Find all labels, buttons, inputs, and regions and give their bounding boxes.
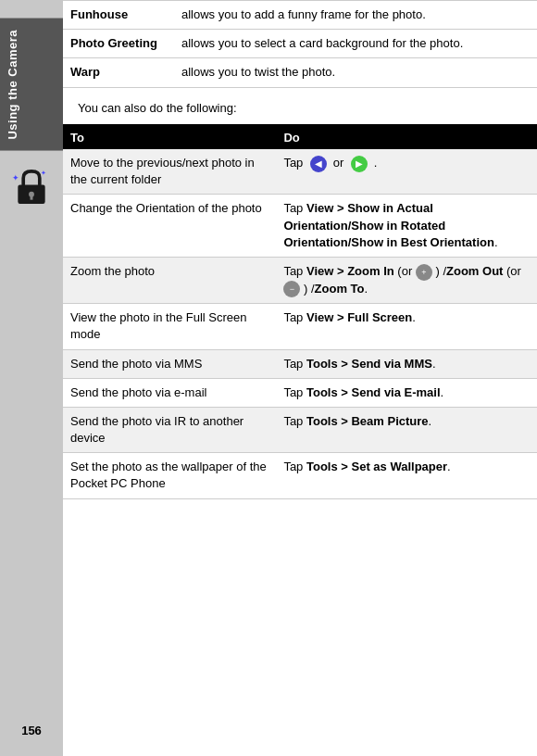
table-row: Send the photo via e-mail Tap Tools > Se…	[63, 378, 537, 407]
row1-do: Tap ◀ or ▶ .	[276, 149, 537, 195]
desc-funhouse: allows you to add a funny frame for the …	[174, 1, 537, 30]
zoom-in-icon: +	[416, 264, 432, 281]
table-row: Funhouse allows you to add a funny frame…	[63, 1, 537, 30]
row5-bold: Tools > Send via MMS	[306, 357, 432, 371]
row6-bold: Tools > Send via E-mail	[306, 385, 441, 399]
row8-to: Set the photo as the wallpaper of the Po…	[63, 453, 276, 498]
page-number: 156	[21, 724, 42, 737]
row5-do: Tap Tools > Send via MMS.	[276, 349, 537, 378]
col-do: Do	[276, 125, 537, 149]
row4-bold: View > Full Screen	[306, 310, 412, 324]
table-row: Move to the previous/next photo in the c…	[63, 149, 537, 195]
main-content: Funhouse allows you to add a funny frame…	[63, 0, 537, 756]
term-funhouse: Funhouse	[63, 1, 174, 30]
table-row: Set the photo as the wallpaper of the Po…	[63, 453, 537, 498]
row7-bold: Tools > Beam Picture	[306, 414, 429, 428]
row7-do: Tap Tools > Beam Picture.	[276, 407, 537, 452]
page-wrapper: Using the Camera ✦ ✦ 156 Funhouse	[0, 0, 537, 756]
row2-do: Tap View > Show in Actual Orientation/Sh…	[276, 195, 537, 258]
row6-do: Tap Tools > Send via E-mail.	[276, 378, 537, 407]
row3-bold1: View > Zoom In	[306, 264, 394, 278]
table-row: Send the photo via IR to another device …	[63, 407, 537, 452]
table-row: Photo Greeting allows you to select a ca…	[63, 30, 537, 58]
row7-to: Send the photo via IR to another device	[63, 407, 276, 452]
row3-bold2: Zoom Out	[446, 264, 503, 278]
row4-do: Tap View > Full Screen.	[276, 304, 537, 349]
right-arrow-icon: ▶	[351, 156, 368, 172]
zoom-out-icon: −	[283, 281, 300, 297]
or-text: or	[333, 156, 344, 170]
svg-rect-2	[31, 195, 33, 199]
lock-icon-container: ✦ ✦	[11, 166, 52, 207]
row3-to: Zoom the photo	[63, 258, 276, 304]
row4-to: View the photo in the Full Screen mode	[63, 304, 276, 349]
col-to: To	[63, 125, 276, 149]
term-photo-greeting: Photo Greeting	[63, 30, 174, 58]
row2-bold: View > Show in Actual Orientation/Show i…	[283, 201, 494, 248]
row8-do: Tap Tools > Set as Wallpaper.	[276, 453, 537, 498]
desc-photo-greeting: allows you to select a card background f…	[174, 30, 537, 58]
left-arrow-icon: ◀	[310, 156, 327, 172]
nav-arrows: ◀	[310, 156, 327, 172]
desc-warp: allows you to twist the photo.	[174, 58, 537, 87]
table-row: Send the photo via MMS Tap Tools > Send …	[63, 349, 537, 378]
table-row: Warp allows you to twist the photo.	[63, 58, 537, 87]
row6-to: Send the photo via e-mail	[63, 378, 276, 407]
sidebar: Using the Camera ✦ ✦ 156	[0, 0, 63, 756]
svg-text:✦: ✦	[41, 169, 46, 177]
row5-to: Send the photo via MMS	[63, 349, 276, 378]
sidebar-label: Using the Camera	[0, 19, 63, 151]
main-table: To Do Move to the previous/next photo in…	[63, 124, 537, 499]
table-row: View the photo in the Full Screen mode T…	[63, 304, 537, 349]
table-header-row: To Do	[63, 125, 537, 149]
table-row: Zoom the photo Tap View > Zoom In (or + …	[63, 258, 537, 304]
row3-bold3: Zoom To	[315, 282, 365, 296]
row1-to: Move to the previous/next photo in the c…	[63, 149, 276, 195]
svg-text:✦: ✦	[12, 173, 19, 183]
row3-do: Tap View > Zoom In (or + ) /Zoom Out (or…	[276, 258, 537, 304]
top-table: Funhouse allows you to add a funny frame…	[63, 0, 537, 88]
intro-text: You can also do the following:	[63, 88, 537, 125]
row2-to: Change the Orientation of the photo	[63, 195, 276, 258]
lock-icon: ✦ ✦	[11, 166, 52, 207]
row8-bold: Tools > Set as Wallpaper	[306, 460, 447, 473]
table-row: Change the Orientation of the photo Tap …	[63, 195, 537, 258]
term-warp: Warp	[63, 58, 174, 87]
